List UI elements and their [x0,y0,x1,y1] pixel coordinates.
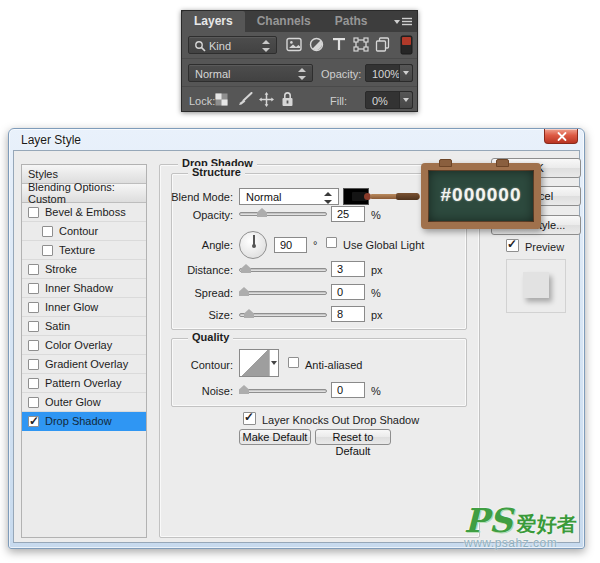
list-item-color-overlay[interactable]: Color Overlay [22,336,146,355]
list-item-inner-shadow[interactable]: Inner Shadow [22,279,146,298]
opacity-slider[interactable] [239,212,327,216]
checkbox-checked[interactable] [28,416,39,427]
checkbox[interactable] [28,397,39,408]
angle-label: Angle: [151,239,233,251]
chevron-down-icon [271,361,277,365]
checkbox[interactable] [28,264,39,275]
tab-paths[interactable]: Paths [323,11,380,32]
tab-layers[interactable]: Layers [182,11,245,32]
angle-input[interactable] [274,237,307,253]
layers-blend-row: Normal Opacity: 100% [182,58,417,86]
list-item-label: Outer Glow [45,396,101,408]
make-default-button[interactable]: Make Default [239,429,311,445]
anti-aliased-label: Anti-aliased [305,359,362,371]
layers-panel-tabbar: Layers Channels Paths [182,11,417,32]
preview-checkbox[interactable] [506,239,519,252]
filter-shape-layers-icon[interactable] [353,37,369,53]
reset-to-default-button[interactable]: Reset to Default [315,429,391,445]
filter-kind-dropdown[interactable]: Kind [188,36,277,54]
filter-type-layers-icon[interactable] [332,37,348,53]
tab-channels[interactable]: Channels [245,11,323,32]
watermark-url: www.psahz.com [464,536,598,550]
filter-adjustment-layers-icon[interactable] [309,37,325,53]
list-item-outer-glow[interactable]: Outer Glow [22,393,146,412]
shadow-opacity-input[interactable] [331,206,365,222]
lock-transparency-icon[interactable] [215,93,231,109]
fill-dropdown-arrow[interactable] [399,92,412,108]
watermark-chinese-text: 爱好者 [517,512,577,536]
list-item-bevel-emboss[interactable]: Bevel & Emboss [22,203,146,222]
filter-smart-object-icon[interactable] [375,37,391,53]
styles-list: Styles Blending Options: Custom Bevel & … [21,164,147,538]
anti-aliased-checkbox[interactable] [288,357,299,368]
quality-legend: Quality [188,331,233,343]
lock-label: Lock: [189,95,215,107]
lock-paint-brush-icon[interactable] [237,92,253,108]
list-item-label: Satin [45,320,70,332]
dialog-content: Styles Blending Options: Custom Bevel & … [13,150,580,543]
list-item-label: Contour [59,225,98,237]
layers-panel: Layers Channels Paths Kind [181,10,418,112]
list-item-label: Stroke [45,263,77,275]
opacity-unit: % [371,209,381,221]
distance-slider[interactable] [239,268,327,272]
opacity-dropdown-arrow[interactable] [399,65,412,81]
list-item-gradient-overlay[interactable]: Gradient Overlay [22,355,146,374]
checkbox[interactable] [28,207,39,218]
blend-mode-value: Normal [195,68,230,80]
filter-toggle-switch[interactable] [400,35,413,55]
fill-field[interactable]: 0% [365,91,413,109]
noise-label: Noise: [151,385,233,397]
noise-input[interactable] [331,382,365,398]
noise-slider[interactable] [239,389,327,393]
size-slider[interactable] [239,313,327,317]
checkbox[interactable] [28,321,39,332]
checkbox[interactable] [28,283,39,294]
list-item-inner-glow[interactable]: Inner Glow [22,298,146,317]
layer-knocks-out-checkbox[interactable] [243,412,256,425]
angle-dial[interactable] [239,231,267,259]
spread-slider[interactable] [239,291,327,295]
contour-picker[interactable] [239,349,279,377]
angle-unit: ° [313,239,317,251]
layer-knocks-out-label: Layer Knocks Out Drop Shadow [262,414,419,426]
dialog-title: Layer Style [21,133,81,147]
contour-thumbnail [240,350,270,376]
size-input[interactable] [331,306,365,322]
list-item-contour[interactable]: Contour [22,222,146,241]
distance-input[interactable] [331,261,365,277]
list-item-texture[interactable]: Texture [22,241,146,260]
distance-unit: px [371,264,383,276]
contour-label: Contour: [151,359,233,371]
list-item-drop-shadow[interactable]: Drop Shadow [22,412,146,431]
checkbox[interactable] [28,378,39,389]
list-item-label: Drop Shadow [45,415,112,427]
shadow-blend-mode-dropdown[interactable]: Normal [239,188,339,205]
list-item-label: Pattern Overlay [45,377,121,389]
blend-mode-label: Blend Mode: [151,191,233,203]
chalkboard-tab [439,159,452,167]
shadow-blend-mode-value: Normal [246,191,281,203]
lock-position-icon[interactable] [259,92,275,108]
checkbox[interactable] [28,359,39,370]
use-global-light-label: Use Global Light [343,239,424,251]
list-item-stroke[interactable]: Stroke [22,260,146,279]
filter-pixel-layers-icon[interactable] [286,37,302,53]
panel-menu-icon[interactable] [394,17,412,27]
close-button[interactable] [544,129,578,144]
list-item-label: Gradient Overlay [45,358,128,370]
checkbox[interactable] [42,245,53,256]
checkbox[interactable] [42,226,53,237]
brush-grip-band [396,193,419,200]
spread-input[interactable] [331,284,365,300]
list-item-pattern-overlay[interactable]: Pattern Overlay [22,374,146,393]
checkbox[interactable] [28,302,39,313]
list-item-blending-options[interactable]: Blending Options: Custom [22,184,146,203]
lock-all-icon[interactable] [281,91,297,107]
use-global-light-checkbox[interactable] [326,237,337,248]
list-item-satin[interactable]: Satin [22,317,146,336]
opacity-field[interactable]: 100% [365,64,413,82]
blend-mode-dropdown[interactable]: Normal [188,64,313,82]
filter-kind-label: Kind [209,40,231,52]
checkbox[interactable] [28,340,39,351]
